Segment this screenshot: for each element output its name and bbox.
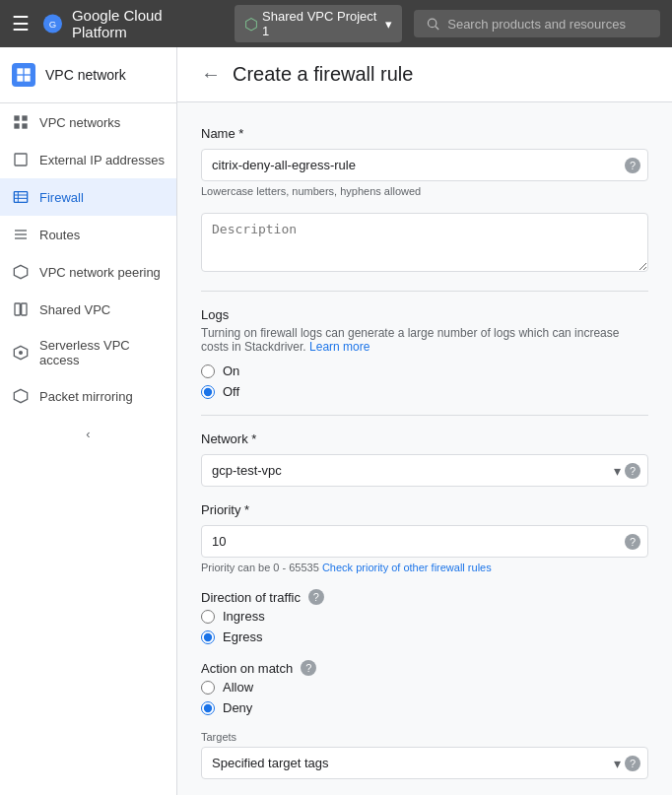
svg-rect-10 [14, 123, 19, 128]
name-hint: Lowercase letters, numbers, hyphens allo… [201, 185, 648, 197]
project-name: Shared VPC Project 1 [262, 9, 381, 38]
sidebar-item-label: Serverless VPC access [39, 338, 165, 367]
logs-label: Logs [201, 307, 648, 322]
name-field-group: Name * ? Lowercase letters, numbers, hyp… [201, 126, 648, 197]
sidebar-collapse-button[interactable]: ‹ [0, 415, 176, 453]
project-icon: ⬡ [244, 15, 258, 33]
direction-egress-option[interactable]: Egress [201, 629, 648, 644]
targets-field-group: Targets Specified target tags ▾ ? [201, 731, 648, 779]
action-label: Action on match ? [201, 660, 648, 676]
description-textarea[interactable] [201, 213, 648, 272]
action-deny-option[interactable]: Deny [201, 700, 648, 715]
logs-on-option[interactable]: On [201, 364, 648, 378]
logs-learn-more-link[interactable]: Learn more [309, 340, 370, 354]
sidebar-item-routes[interactable]: Routes [0, 216, 176, 253]
priority-input[interactable] [201, 525, 648, 558]
main-content: ← Create a firewall rule Name * ? Lowerc… [177, 47, 672, 795]
priority-label: Priority * [201, 502, 648, 517]
direction-ingress-radio[interactable] [201, 610, 215, 624]
form-container: Name * ? Lowercase letters, numbers, hyp… [177, 102, 672, 795]
project-dropdown-icon: ▾ [385, 17, 392, 32]
project-selector[interactable]: ⬡ Shared VPC Project 1 ▾ [235, 5, 402, 42]
targets-select[interactable]: Specified target tags [201, 747, 648, 779]
menu-icon[interactable]: ☰ [12, 12, 30, 35]
sidebar-item-vpc-networks[interactable]: VPC networks [0, 103, 176, 141]
sidebar-item-external-ip[interactable]: External IP addresses [0, 141, 176, 178]
gcp-logo-icon: G [41, 12, 64, 35]
targets-select-wrapper: Specified target tags ▾ ? [201, 747, 648, 779]
targets-help-icon[interactable]: ? [625, 756, 640, 771]
name-help-icon[interactable]: ? [625, 158, 640, 173]
page-header: ← Create a firewall rule [177, 47, 672, 102]
svg-rect-8 [14, 115, 19, 120]
action-allow-option[interactable]: Allow [201, 680, 648, 695]
logs-on-label: On [223, 364, 239, 378]
sidebar-item-firewall[interactable]: Firewall [0, 178, 176, 216]
action-allow-radio[interactable] [201, 681, 215, 695]
logs-off-radio[interactable] [201, 385, 215, 399]
search-input[interactable] [447, 17, 648, 32]
priority-input-wrapper: ? [201, 525, 648, 558]
firewall-icon [12, 188, 30, 206]
targets-label: Targets [201, 731, 648, 743]
svg-line-3 [436, 27, 438, 30]
sidebar-header-icon [12, 63, 35, 87]
svg-marker-20 [14, 265, 27, 278]
sidebar-item-label: Packet mirroring [39, 389, 133, 404]
network-label: Network * [201, 431, 648, 446]
svg-rect-13 [14, 192, 27, 203]
packet-mirroring-icon [12, 387, 30, 405]
divider-1 [201, 291, 648, 292]
network-help-icon[interactable]: ? [625, 463, 640, 479]
action-deny-radio[interactable] [201, 701, 215, 715]
name-input[interactable] [201, 149, 648, 181]
network-select-wrapper: gcp-test-vpc ▾ ? [201, 454, 648, 487]
sidebar-header: VPC network [0, 47, 176, 103]
direction-ingress-option[interactable]: Ingress [201, 609, 648, 624]
sidebar-item-serverless-vpc[interactable]: Serverless VPC access [0, 328, 176, 377]
logs-on-radio[interactable] [201, 364, 215, 378]
external-ip-icon [12, 151, 30, 168]
direction-help-icon[interactable]: ? [308, 589, 324, 605]
svg-rect-7 [25, 76, 31, 82]
action-help-icon[interactable]: ? [301, 660, 316, 676]
svg-rect-9 [22, 115, 27, 120]
page-title: Create a firewall rule [233, 63, 413, 86]
direction-egress-radio[interactable] [201, 630, 215, 644]
svg-point-24 [19, 351, 23, 355]
sidebar-item-label: Firewall [39, 190, 84, 205]
svg-rect-4 [17, 68, 23, 74]
logs-off-label: Off [223, 384, 239, 399]
sidebar-item-label: External IP addresses [39, 153, 165, 167]
logs-off-option[interactable]: Off [201, 384, 648, 399]
direction-ingress-label: Ingress [223, 609, 265, 624]
priority-help-icon[interactable]: ? [625, 534, 640, 550]
search-bar[interactable] [414, 10, 660, 37]
action-radio-group: Allow Deny [201, 680, 648, 715]
logs-field-group: Logs Turning on firewall logs can genera… [201, 307, 648, 399]
action-field-group: Action on match ? Allow Deny [201, 660, 648, 715]
svg-rect-12 [15, 154, 27, 166]
sidebar-item-packet-mirroring[interactable]: Packet mirroring [0, 377, 176, 415]
description-field-group [201, 213, 648, 275]
svg-rect-6 [17, 76, 23, 82]
shared-vpc-icon [12, 300, 30, 318]
svg-rect-22 [22, 303, 27, 315]
top-navigation: ☰ G Google Cloud Platform ⬡ Shared VPC P… [0, 0, 672, 47]
sidebar-item-shared-vpc[interactable]: Shared VPC [0, 291, 176, 328]
collapse-icon: ‹ [86, 427, 90, 441]
direction-label: Direction of traffic ? [201, 589, 648, 605]
routes-icon [12, 226, 30, 243]
name-input-wrapper: ? [201, 149, 648, 181]
sidebar-item-vpc-peering[interactable]: VPC network peering [0, 253, 176, 291]
network-select[interactable]: gcp-test-vpc [201, 454, 648, 487]
network-field-group: Network * gcp-test-vpc ▾ ? [201, 431, 648, 487]
direction-field-group: Direction of traffic ? Ingress Egress [201, 589, 648, 644]
priority-check-link[interactable]: Check priority of other firewall rules [322, 562, 492, 573]
svg-text:G: G [49, 19, 56, 30]
svg-rect-11 [22, 123, 27, 128]
sidebar-item-label: Shared VPC [39, 302, 110, 317]
back-button[interactable]: ← [201, 63, 221, 86]
svg-point-2 [428, 19, 436, 27]
sidebar-title: VPC network [45, 67, 126, 83]
